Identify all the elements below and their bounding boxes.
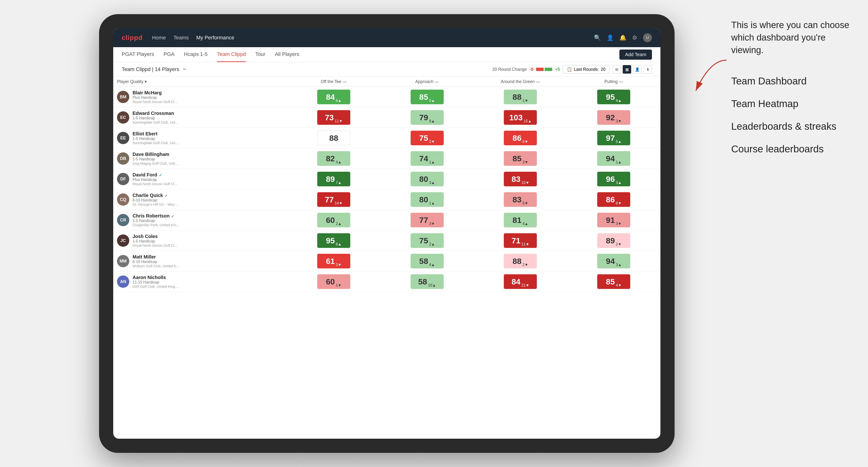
player-handicap-4: Plus Handicap xyxy=(132,178,180,182)
logo: clippd xyxy=(122,34,143,41)
score-value: 88 xyxy=(513,92,522,102)
player-name-0: Blair McHarg xyxy=(132,90,180,96)
score-change: 14▼ xyxy=(335,201,343,207)
score-aroundGreen-3: 853▼ xyxy=(474,148,567,169)
score-offTee-2: 88 xyxy=(287,128,380,148)
score-change: 7▲ xyxy=(336,181,342,186)
score-putting-3: 941▲ xyxy=(567,148,660,169)
player-cell-4[interactable]: DFDavid Ford ✓Plus HandicapRoyal North D… xyxy=(113,169,287,189)
nav-teams[interactable]: Teams xyxy=(173,35,189,41)
search-icon[interactable]: 🔍 xyxy=(594,34,601,41)
last-rounds-value: 20 xyxy=(601,67,606,72)
score-offTee-0: 846▲ xyxy=(287,87,380,107)
player-cell-9[interactable]: ANAaron Nicholls11-15 HandicapDrift Golf… xyxy=(113,272,287,292)
table-row: JCJosh Coles1-5 HandicapRoyal North Devo… xyxy=(113,230,660,251)
score-putting-4: 963▲ xyxy=(567,169,660,189)
view-person-icon[interactable]: 👤 xyxy=(633,65,642,73)
score-offTee-6: 602▲ xyxy=(287,210,380,230)
player-club-0: Royal North Devon Golf Club, United King… xyxy=(132,100,180,104)
player-handicap-9: 11-15 Handicap xyxy=(132,280,180,284)
edit-icon[interactable]: ✏ xyxy=(183,67,187,72)
score-approach-3: 741▲ xyxy=(380,148,474,169)
player-club-9: Drift Golf Club, United Kingdom xyxy=(132,284,180,288)
player-club-6: Craigmillar Park, United Kingdom xyxy=(132,223,180,227)
score-value: 73 xyxy=(325,113,334,122)
score-change: 3▼ xyxy=(616,119,622,125)
score-putting-7: 892▼ xyxy=(567,230,660,251)
team-header: Team Clippd | 14 Players ✏ 20 Round Chan… xyxy=(113,62,660,76)
annotation-item-3: Course leaderboards xyxy=(731,144,854,155)
change-bar xyxy=(536,68,552,71)
annotation-items: Team Dashboard Team Heatmap Leaderboards… xyxy=(731,75,854,155)
player-cell-8[interactable]: MMMatt Miller6-10 HandicapWoburn Golf Cl… xyxy=(113,251,287,272)
player-cell-0[interactable]: BMBlair McHargPlus HandicapRoyal North D… xyxy=(113,87,287,107)
view-download-icon[interactable]: ⬇ xyxy=(644,65,652,73)
tab-all-players[interactable]: All Players xyxy=(275,47,299,62)
player-name-7: Josh Coles xyxy=(132,234,180,239)
score-value: 94 xyxy=(606,154,615,163)
player-cell-6[interactable]: CRChris Robertson ✓1-5 HandicapCraigmill… xyxy=(113,210,287,230)
player-cell-1[interactable]: ECEdward Crossman1-5 HandicapSunningdale… xyxy=(113,107,287,128)
score-change: 9▲ xyxy=(429,119,435,125)
score-change: 3▼ xyxy=(336,263,342,269)
view-grid-icon[interactable]: ⊞ xyxy=(612,65,621,73)
player-cell-7[interactable]: JCJosh Coles1-5 HandicapRoyal North Devo… xyxy=(113,230,287,251)
score-change: 3▲ xyxy=(616,181,622,186)
th-approach[interactable]: Approach — xyxy=(380,76,474,87)
last-rounds-button[interactable]: 📋 Last Rounds: 20 xyxy=(563,65,610,73)
tab-pga[interactable]: PGA xyxy=(163,47,174,62)
sub-nav: PGAT Players PGA Hcaps 1-5 Team Clippd T… xyxy=(113,47,660,62)
nav-home[interactable]: Home xyxy=(152,35,166,41)
score-value: 96 xyxy=(606,175,615,184)
player-club-7: Royal North Devon Golf Club, United King… xyxy=(132,243,180,247)
player-handicap-0: Plus Handicap xyxy=(132,96,180,100)
player-club-3: Gog Magog Golf Club, United Kingdom xyxy=(132,161,180,165)
tab-hcaps[interactable]: Hcaps 1-5 xyxy=(184,47,208,62)
th-player[interactable]: Player Quality ▾ xyxy=(113,76,287,87)
player-cell-2[interactable]: EEElliot Ebert1-5 HandicapSunningdale Go… xyxy=(113,128,287,148)
tab-tour[interactable]: Tour xyxy=(255,47,266,62)
score-offTee-9: 601▼ xyxy=(287,272,380,292)
score-change: 1▲ xyxy=(616,160,622,166)
player-cell-5[interactable]: CQCharlie Quick ✓6-10 HandicapSt. George… xyxy=(113,189,287,210)
score-value: 75 xyxy=(419,133,428,143)
th-putting[interactable]: Putting — xyxy=(567,76,660,87)
view-list-icon[interactable]: ▦ xyxy=(623,65,631,73)
score-aroundGreen-4: 8310▼ xyxy=(474,169,567,189)
player-handicap-7: 1-5 Handicap xyxy=(132,239,180,243)
player-handicap-3: 1-5 Handicap xyxy=(132,157,180,161)
score-value: 58 xyxy=(419,257,428,266)
nav-my-performance[interactable]: My Performance xyxy=(196,35,234,41)
score-change: 11▼ xyxy=(335,119,343,125)
person-icon[interactable]: 👤 xyxy=(607,34,614,41)
table-row: EEElliot Ebert1-5 HandicapSunningdale Go… xyxy=(113,128,660,148)
score-change: 1▲ xyxy=(429,201,435,207)
th-around-green[interactable]: Around the Green — xyxy=(474,76,567,87)
tab-team-clippd[interactable]: Team Clippd xyxy=(217,47,246,62)
score-change: 10▲ xyxy=(428,283,436,289)
settings-icon[interactable]: ⚙ xyxy=(632,34,637,41)
avatar[interactable]: U xyxy=(643,33,652,42)
score-change: 8▲ xyxy=(336,242,342,248)
avatar-3: DB xyxy=(117,152,129,165)
score-value: 94 xyxy=(606,257,615,266)
score-change: 8▲ xyxy=(429,99,435,104)
score-change: 6▲ xyxy=(336,99,342,104)
score-value: 85 xyxy=(419,92,428,102)
score-approach-9: 5810▲ xyxy=(380,272,474,292)
th-off-tee[interactable]: Off the Tee — xyxy=(287,76,380,87)
table-row: DBDave Billingham1-5 HandicapGog Magog G… xyxy=(113,148,660,169)
score-value: 81 xyxy=(513,216,522,225)
score-putting-8: 943▲ xyxy=(567,251,660,272)
add-team-button[interactable]: Add Team xyxy=(619,50,652,60)
bell-icon[interactable]: 🔔 xyxy=(619,34,626,41)
top-nav: clippd Home Teams My Performance 🔍 👤 🔔 ⚙… xyxy=(113,28,660,47)
score-value: 88 xyxy=(513,257,522,266)
score-aroundGreen-7: 7111▼ xyxy=(474,230,567,251)
table-body: BMBlair McHargPlus HandicapRoyal North D… xyxy=(113,87,660,292)
player-cell-3[interactable]: DBDave Billingham1-5 HandicapGog Magog G… xyxy=(113,148,287,169)
score-approach-1: 799▲ xyxy=(380,107,474,128)
score-value: 58 xyxy=(418,277,427,286)
score-aroundGreen-1: 10315▲ xyxy=(474,107,567,128)
tab-pgat-players[interactable]: PGAT Players xyxy=(122,47,154,62)
